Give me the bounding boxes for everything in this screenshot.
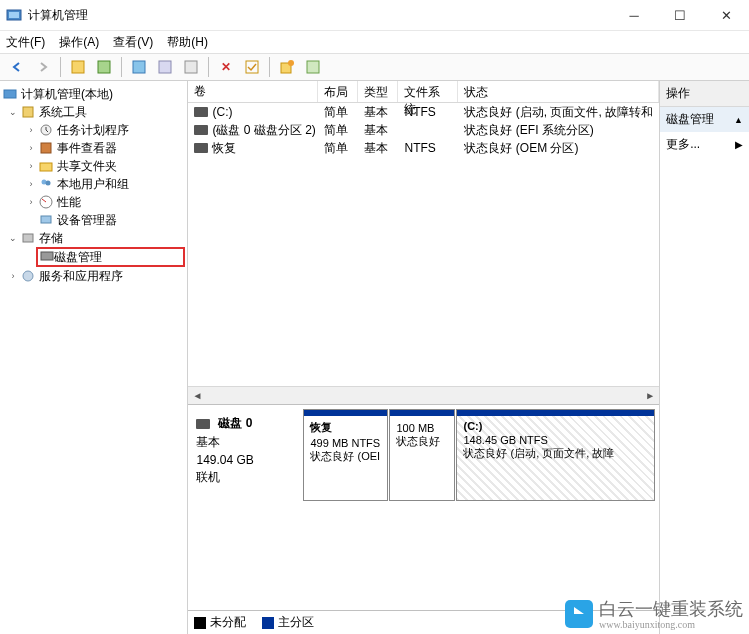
svg-rect-12 (23, 107, 33, 117)
actions-pane: 操作 磁盘管理 ▲ 更多... ▶ (660, 81, 749, 634)
menu-help[interactable]: 帮助(H) (167, 34, 208, 51)
clock-icon (38, 122, 54, 138)
svg-point-9 (288, 60, 294, 66)
tree-sharedfolders[interactable]: › 共享文件夹 (2, 157, 185, 175)
col-volume[interactable]: 卷 (188, 81, 318, 102)
services-icon (20, 268, 36, 284)
expand-icon[interactable]: › (24, 179, 38, 189)
actions-diskmgmt[interactable]: 磁盘管理 ▲ (660, 107, 749, 132)
disk-icon (40, 250, 54, 265)
table-row[interactable]: (C:)简单基本NTFS状态良好 (启动, 页面文件, 故障转和 (188, 103, 659, 121)
volume-table[interactable]: 卷 布局 类型 文件系统 状态 (C:)简单基本NTFS状态良好 (启动, 页面… (188, 81, 659, 386)
svg-rect-1 (9, 12, 19, 18)
svg-rect-3 (98, 61, 110, 73)
svg-point-17 (46, 181, 51, 186)
expand-icon[interactable]: › (24, 143, 38, 153)
expand-icon[interactable]: › (24, 197, 38, 207)
views-icon[interactable] (67, 56, 89, 78)
legend-primary-swatch (262, 617, 274, 629)
folder-share-icon (38, 158, 54, 174)
app-icon (6, 7, 22, 23)
col-filesystem[interactable]: 文件系统 (398, 81, 458, 102)
legend-unalloc-swatch (194, 617, 206, 629)
table-row[interactable]: (磁盘 0 磁盘分区 2)简单基本状态良好 (EFI 系统分区) (188, 121, 659, 139)
svg-rect-21 (41, 252, 53, 260)
perf-icon (38, 194, 54, 210)
tools-icon (20, 104, 36, 120)
tree-root[interactable]: 计算机管理(本地) (2, 85, 185, 103)
disk-drive-icon (196, 419, 210, 429)
settings-icon[interactable] (302, 56, 324, 78)
actions-header: 操作 (660, 81, 749, 107)
menu-file[interactable]: 文件(F) (6, 34, 45, 51)
tree-storage[interactable]: ⌄ 存储 (2, 229, 185, 247)
delete-icon[interactable]: ✕ (215, 56, 237, 78)
window-title: 计算机管理 (28, 7, 611, 24)
storage-icon (20, 230, 36, 246)
partition-c[interactable]: (C:) 148.45 GB NTFS 状态良好 (启动, 页面文件, 故障 (456, 409, 655, 501)
tree-devmgr[interactable]: 设备管理器 (2, 211, 185, 229)
svg-rect-11 (4, 90, 16, 98)
partition-recovery[interactable]: 恢复 499 MB NTFS 状态良好 (OEI (303, 409, 388, 501)
tree-services[interactable]: › 服务和应用程序 (2, 267, 185, 285)
expand-icon[interactable]: › (6, 271, 20, 281)
svg-rect-20 (23, 234, 33, 242)
refresh-icon[interactable] (128, 56, 150, 78)
svg-rect-10 (307, 61, 319, 73)
menu-view[interactable]: 查看(V) (113, 34, 153, 51)
svg-rect-5 (159, 61, 171, 73)
content-pane: 卷 布局 类型 文件系统 状态 (C:)简单基本NTFS状态良好 (启动, 页面… (188, 81, 660, 634)
tree-eventvwr[interactable]: › 事件查看器 (2, 139, 185, 157)
forward-button[interactable] (32, 56, 54, 78)
toolbar: ✕ (0, 53, 749, 81)
actions-more[interactable]: 更多... ▶ (660, 132, 749, 157)
tree-localusers[interactable]: › 本地用户和组 (2, 175, 185, 193)
tree-performance[interactable]: › 性能 (2, 193, 185, 211)
volume-icon (194, 107, 208, 117)
close-button[interactable]: ✕ (703, 0, 749, 30)
collapse-icon[interactable]: ⌄ (6, 107, 20, 117)
menu-action[interactable]: 操作(A) (59, 34, 99, 51)
col-type[interactable]: 类型 (358, 81, 398, 102)
partition-efi[interactable]: 100 MB 状态良好 (389, 409, 455, 501)
table-row[interactable]: 恢复简单基本NTFS状态良好 (OEM 分区) (188, 139, 659, 157)
svg-rect-19 (41, 216, 51, 223)
tree-tasksched[interactable]: › 任务计划程序 (2, 121, 185, 139)
list-icon[interactable] (93, 56, 115, 78)
expand-icon[interactable]: › (24, 161, 38, 171)
svg-rect-6 (185, 61, 197, 73)
volume-icon (194, 125, 208, 135)
watermark: 白云一键重装系统 www.baiyunxitong.com (565, 597, 743, 630)
col-layout[interactable]: 布局 (318, 81, 358, 102)
properties-icon[interactable] (154, 56, 176, 78)
device-icon (38, 212, 54, 228)
menu-bar: 文件(F) 操作(A) 查看(V) 帮助(H) (0, 31, 749, 53)
chevron-right-icon: ▶ (735, 139, 743, 150)
disk-info[interactable]: 磁盘 0 基本 149.04 GB 联机 (192, 409, 302, 501)
expand-icon[interactable]: › (24, 125, 38, 135)
maximize-button[interactable]: ☐ (657, 0, 703, 30)
book-icon (38, 140, 54, 156)
svg-rect-4 (133, 61, 145, 73)
svg-point-22 (23, 271, 33, 281)
collapse-icon[interactable]: ⌄ (6, 233, 20, 243)
nav-tree[interactable]: 计算机管理(本地) ⌄ 系统工具 › 任务计划程序 › 事件查看器 › 共享文件… (0, 81, 188, 634)
check-icon[interactable] (241, 56, 263, 78)
svg-rect-2 (72, 61, 84, 73)
users-icon (38, 176, 54, 192)
collapse-icon: ▲ (734, 115, 743, 125)
svg-rect-14 (41, 143, 51, 153)
svg-rect-15 (40, 163, 52, 171)
tree-diskmgmt[interactable]: 磁盘管理 (36, 247, 185, 267)
back-button[interactable] (6, 56, 28, 78)
tree-systools[interactable]: ⌄ 系统工具 (2, 103, 185, 121)
col-status[interactable]: 状态 (458, 81, 659, 102)
new-icon[interactable] (276, 56, 298, 78)
computer-icon (2, 86, 18, 102)
scroll-left-icon[interactable]: ◄ (188, 390, 206, 401)
help-icon[interactable] (180, 56, 202, 78)
scroll-right-icon[interactable]: ► (641, 390, 659, 401)
minimize-button[interactable]: ─ (611, 0, 657, 30)
horizontal-scrollbar[interactable]: ◄ ► (188, 386, 659, 404)
svg-rect-7 (246, 61, 258, 73)
